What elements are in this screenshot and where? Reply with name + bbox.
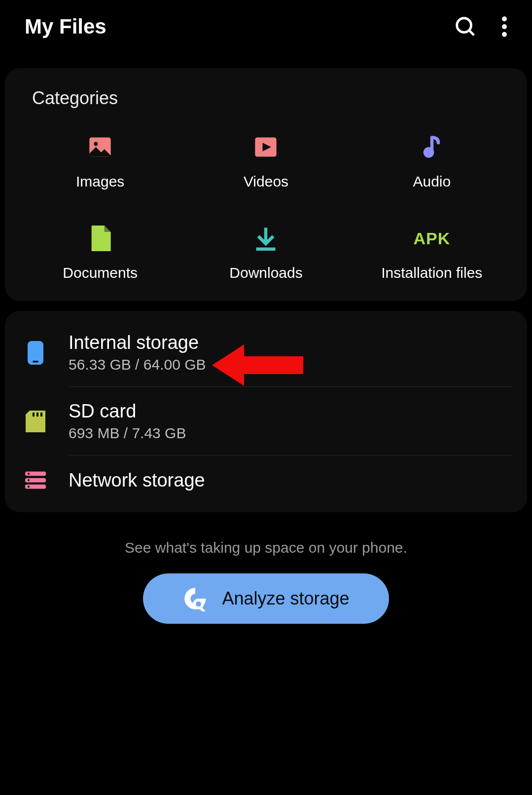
svg-point-20 [28,479,30,481]
categories-title: Categories [20,88,512,109]
storage-network[interactable]: Network storage [20,455,512,505]
storage-text: Internal storage 56.33 GB / 64.00 GB [69,332,206,373]
network-icon [25,469,46,491]
analyze-button-label: Analyze storage [222,588,349,609]
svg-point-8 [423,147,434,158]
documents-icon [86,225,114,252]
sdcard-icon [25,411,46,432]
category-label: Audio [413,173,451,190]
svg-point-6 [94,142,98,146]
footer: See what's taking up space on your phone… [0,539,532,624]
header-actions [454,15,507,38]
videos-icon [252,133,280,161]
phone-icon [25,342,46,364]
search-icon [454,15,477,38]
svg-point-25 [196,601,202,606]
storage-title: Internal storage [69,332,206,353]
search-button[interactable] [454,15,477,38]
storage-internal[interactable]: Internal storage 56.33 GB / 64.00 GB [20,318,512,387]
svg-rect-13 [33,413,35,416]
category-images[interactable]: Images [20,133,180,190]
audio-icon [418,133,446,161]
category-label: Documents [63,265,138,281]
category-downloads[interactable]: Downloads [185,225,346,281]
more-options-button[interactable] [501,16,507,37]
svg-rect-14 [36,413,38,416]
categories-grid: Images Videos Audio [20,133,512,281]
svg-point-19 [28,473,30,475]
category-documents[interactable]: Documents [20,225,180,281]
storage-text: Network storage [69,470,205,491]
category-label: Videos [244,173,288,190]
downloads-icon [252,225,280,252]
svg-point-0 [457,18,471,33]
svg-point-4 [502,32,507,37]
storage-subtitle: 693 MB / 7.43 GB [69,425,186,442]
footer-hint: See what's taking up space on your phone… [0,539,532,556]
storage-title: SD card [69,401,186,422]
category-audio[interactable]: Audio [352,133,512,190]
storage-subtitle: 56.33 GB / 64.00 GB [69,356,206,373]
svg-rect-12 [33,361,38,363]
svg-point-3 [502,24,507,29]
storage-text: SD card 693 MB / 7.43 GB [69,401,186,442]
storage-title: Network storage [69,470,205,491]
category-videos[interactable]: Videos [185,133,346,190]
apk-icon: APK [418,225,446,252]
storage-card: Internal storage 56.33 GB / 64.00 GB SD … [5,311,527,512]
images-icon [86,133,114,161]
page-title: My Files [25,15,106,38]
category-label: Images [76,173,124,190]
more-vertical-icon [501,16,507,37]
category-installation-files[interactable]: APK Installation files [352,225,512,281]
svg-rect-15 [40,413,42,416]
svg-point-21 [28,486,30,488]
storage-sdcard[interactable]: SD card 693 MB / 7.43 GB [20,387,512,455]
svg-point-2 [502,16,507,21]
analyze-storage-button[interactable]: Analyze storage [143,573,389,624]
svg-line-1 [469,31,474,36]
categories-card: Categories Images Videos [5,68,527,301]
category-label: Installation files [381,265,482,281]
analyze-icon [182,586,208,611]
category-label: Downloads [229,265,302,281]
app-header: My Files [0,0,532,58]
